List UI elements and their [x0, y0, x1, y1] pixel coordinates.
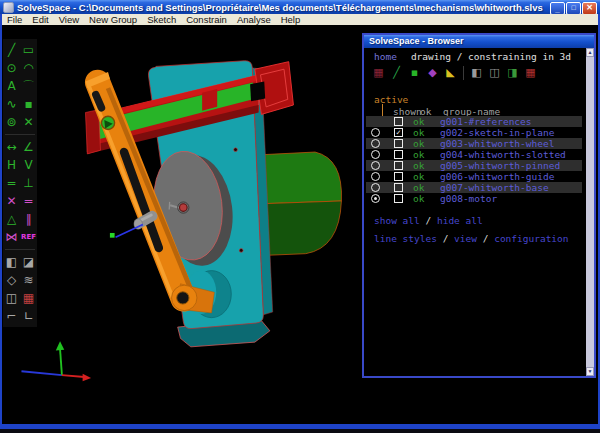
group-active-radio[interactable] — [371, 172, 380, 181]
group-shown-checkbox[interactable] — [394, 172, 403, 181]
group-name-link[interactable]: g001-#references — [440, 116, 532, 127]
menu-file[interactable]: File — [2, 14, 27, 25]
group-shown-checkbox[interactable]: ✓ — [394, 128, 403, 137]
split-curves-tool-icon[interactable]: ✕ — [21, 113, 37, 131]
group-shown-checkbox[interactable] — [394, 183, 403, 192]
extrude-group-icon[interactable]: ◧ — [4, 253, 20, 271]
vector-endpoint[interactable] — [110, 233, 115, 238]
group-name-link[interactable]: g008-motor — [440, 193, 497, 204]
show-shaded-icon[interactable]: ◧ — [469, 65, 484, 81]
sketch-in-workplane-icon[interactable]: ◫ — [4, 289, 20, 307]
scroll-down-button[interactable]: ▼ — [586, 367, 594, 376]
show-all-link[interactable]: show all — [374, 215, 420, 226]
show-normals-icon[interactable]: ╱ — [389, 65, 404, 81]
menu-constrain[interactable]: Constrain — [181, 14, 232, 25]
text-tool-icon[interactable]: A — [4, 77, 20, 95]
menu-new-group[interactable]: New Group — [84, 14, 142, 25]
circle-tool-icon[interactable]: ⊙ — [4, 59, 20, 77]
group-name-link[interactable]: g005-whitworth-pinned — [440, 160, 560, 171]
motor-axis-vector[interactable] — [110, 225, 143, 238]
construction-tool-icon[interactable]: ⊚ — [4, 113, 20, 131]
group-active-radio[interactable] — [371, 161, 380, 170]
parallel-constraint-icon[interactable]: ∥ — [21, 210, 37, 228]
menu-help[interactable]: Help — [276, 14, 306, 25]
separator-text: / — [420, 215, 437, 226]
oriented-same-constraint-icon[interactable]: △ — [4, 210, 20, 228]
step-rotate-group-icon[interactable]: ◇ — [4, 271, 20, 289]
viewport-3d[interactable]: ╱▭⊙◠A⌒∿▪⊚✕↔∠HV=⊥✕=△∥⋈REF◧◪◇≋◫▦⌐∟ SolveSp… — [0, 25, 600, 424]
home-link[interactable]: home — [374, 51, 397, 62]
step-translate-group-icon[interactable]: ≋ — [21, 271, 37, 289]
horizontal-constraint-icon[interactable]: H — [4, 156, 20, 174]
model-part-motor[interactable] — [259, 152, 342, 256]
rectangle-tool-icon[interactable]: ▭ — [21, 41, 37, 59]
hide-all-link[interactable]: hide all — [437, 215, 483, 226]
group-in-3d-icon[interactable]: ∟ — [21, 307, 37, 325]
equal-length-constraint-icon[interactable]: = — [21, 192, 37, 210]
group-shown-checkbox[interactable] — [394, 161, 403, 170]
minimize-button[interactable]: _ — [550, 2, 565, 15]
group-shown-checkbox[interactable] — [394, 139, 403, 148]
plate-screw-hole — [234, 148, 238, 152]
maximize-button[interactable]: □ — [566, 2, 581, 15]
angle-constraint-icon[interactable]: ∠ — [21, 138, 37, 156]
arc-tool-icon[interactable]: ◠ — [21, 59, 37, 77]
group-name-link[interactable]: g006-whitworth-guide — [440, 171, 554, 182]
group-in-workplane-icon[interactable]: ⌐ — [4, 307, 20, 325]
configuration-link[interactable]: configuration — [494, 233, 568, 244]
config-links: line styles / view / configuration — [374, 233, 569, 244]
close-button[interactable]: ✕ — [582, 2, 597, 15]
show-edges-icon[interactable]: ◫ — [487, 65, 502, 81]
show-faces-icon[interactable]: ◣ — [443, 65, 458, 81]
browser-scrollbar[interactable]: ▲ ▼ — [586, 48, 594, 376]
lathe-group-icon[interactable]: ◪ — [21, 253, 37, 271]
vertical-constraint-icon[interactable]: V — [21, 156, 37, 174]
group-active-radio[interactable] — [371, 139, 380, 148]
line-styles-link[interactable]: line styles — [374, 233, 437, 244]
distance-constraint-icon[interactable]: ↔ — [4, 138, 20, 156]
tangent-arc-tool-icon[interactable]: ⌒ — [21, 77, 37, 95]
group-name-link[interactable]: g002-sketch-in-plane — [440, 127, 554, 138]
show-outlines-icon[interactable]: ◨ — [505, 65, 520, 81]
title-bar[interactable]: SolveSpace - C:\Documents and Settings\P… — [0, 0, 600, 14]
menu-view[interactable]: View — [54, 14, 84, 25]
browser-view-toggles: ▦╱▪◆◣◧◫◨▦ — [371, 65, 538, 81]
x-axis — [62, 375, 85, 377]
perpendicular-constraint-icon[interactable]: ⊥ — [21, 174, 37, 192]
arm-top-slot — [96, 95, 102, 108]
menu-analyse[interactable]: Analyse — [232, 14, 276, 25]
equal-constraint-icon[interactable]: = — [4, 174, 20, 192]
group-shown-checkbox[interactable] — [394, 194, 403, 203]
group-name-link[interactable]: g007-whitworth-base — [440, 182, 549, 193]
browser-title-bar[interactable]: SolveSpace - Browser — [364, 35, 594, 48]
datum-point-tool-icon[interactable]: ▪ — [21, 95, 37, 113]
group-row: okg003-whitworth-wheel — [366, 138, 582, 149]
bezier-tool-icon[interactable]: ∿ — [4, 95, 20, 113]
group-row: okg008-motor — [366, 193, 582, 204]
menu-edit[interactable]: Edit — [27, 14, 53, 25]
group-active-radio[interactable] — [371, 150, 380, 159]
active-label: active — [374, 94, 408, 105]
browser-window[interactable]: SolveSpace - Browser homedrawing / const… — [362, 33, 596, 378]
group-ok-status: ok — [413, 193, 433, 204]
group-active-radio[interactable] — [371, 194, 380, 203]
reference-dimension-icon[interactable]: REF — [21, 228, 37, 246]
scroll-up-button[interactable]: ▲ — [586, 48, 594, 57]
wheel-center-point[interactable] — [180, 204, 188, 212]
group-name-link[interactable]: g003-whitworth-wheel — [440, 138, 554, 149]
point-on-constraint-icon[interactable]: ✕ — [4, 192, 20, 210]
group-name-link[interactable]: g004-whitworth-slotted — [440, 149, 566, 160]
symmetric-constraint-icon[interactable]: ⋈ — [4, 228, 20, 246]
menu-sketch[interactable]: Sketch — [142, 14, 181, 25]
group-shown-checkbox[interactable] — [394, 117, 403, 126]
activate-workplane-icon[interactable]: ▦ — [21, 289, 37, 307]
view-link[interactable]: view — [454, 233, 477, 244]
group-shown-checkbox[interactable] — [394, 150, 403, 159]
line-tool-icon[interactable]: ╱ — [4, 41, 20, 59]
show-points-icon[interactable]: ▪ — [407, 65, 422, 81]
show-constraints-icon[interactable]: ◆ — [425, 65, 440, 81]
group-active-radio[interactable] — [371, 128, 380, 137]
group-active-radio[interactable] — [371, 183, 380, 192]
show-workplanes-icon[interactable]: ▦ — [371, 65, 386, 81]
show-mesh-icon[interactable]: ▦ — [523, 65, 538, 81]
